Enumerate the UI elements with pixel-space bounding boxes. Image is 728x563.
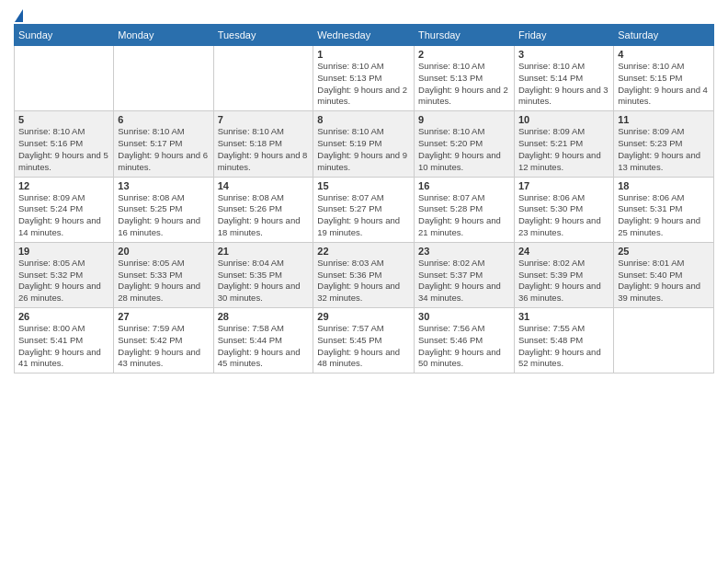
calendar-cell (15, 46, 114, 111)
day-number: 20 (118, 246, 209, 257)
calendar-cell: 31Sunrise: 7:55 AM Sunset: 5:48 PM Dayli… (514, 308, 613, 373)
calendar-cell: 28Sunrise: 7:58 AM Sunset: 5:44 PM Dayli… (213, 308, 313, 373)
day-info: Sunrise: 8:00 AM Sunset: 5:41 PM Dayligh… (18, 323, 109, 370)
day-number: 5 (18, 114, 109, 125)
day-number: 25 (618, 246, 710, 257)
calendar-cell: 19Sunrise: 8:05 AM Sunset: 5:32 PM Dayli… (15, 242, 114, 307)
day-info: Sunrise: 8:05 AM Sunset: 5:33 PM Dayligh… (118, 258, 209, 304)
calendar-cell: 24Sunrise: 8:02 AM Sunset: 5:39 PM Dayli… (514, 242, 613, 307)
day-number: 17 (518, 180, 609, 191)
day-info: Sunrise: 7:56 AM Sunset: 5:46 PM Dayligh… (418, 323, 510, 370)
calendar-week-row: 1Sunrise: 8:10 AM Sunset: 5:13 PM Daylig… (15, 46, 714, 111)
header (14, 9, 714, 18)
day-number: 16 (418, 180, 510, 191)
day-info: Sunrise: 8:04 AM Sunset: 5:35 PM Dayligh… (218, 258, 310, 304)
day-number: 10 (518, 114, 609, 125)
day-number: 3 (518, 49, 609, 60)
day-info: Sunrise: 8:05 AM Sunset: 5:32 PM Dayligh… (18, 258, 109, 304)
day-info: Sunrise: 8:10 AM Sunset: 5:13 PM Dayligh… (317, 61, 410, 108)
calendar-cell: 9Sunrise: 8:10 AM Sunset: 5:20 PM Daylig… (415, 111, 515, 177)
day-info: Sunrise: 8:08 AM Sunset: 5:26 PM Dayligh… (218, 192, 310, 239)
day-number: 31 (518, 311, 609, 322)
day-number: 27 (118, 311, 209, 322)
calendar-cell (114, 46, 213, 111)
calendar-cell: 16Sunrise: 8:07 AM Sunset: 5:28 PM Dayli… (415, 177, 515, 242)
day-info: Sunrise: 8:02 AM Sunset: 5:39 PM Dayligh… (518, 258, 609, 304)
calendar-cell: 4Sunrise: 8:10 AM Sunset: 5:15 PM Daylig… (614, 46, 714, 111)
day-info: Sunrise: 8:10 AM Sunset: 5:19 PM Dayligh… (317, 126, 410, 173)
day-info: Sunrise: 8:10 AM Sunset: 5:16 PM Dayligh… (18, 126, 109, 173)
day-info: Sunrise: 8:06 AM Sunset: 5:30 PM Dayligh… (518, 192, 609, 239)
calendar-cell: 10Sunrise: 8:09 AM Sunset: 5:21 PM Dayli… (514, 111, 613, 177)
day-number: 4 (618, 49, 710, 60)
day-number: 6 (118, 114, 209, 125)
calendar-cell: 27Sunrise: 7:59 AM Sunset: 5:42 PM Dayli… (114, 308, 213, 373)
calendar-week-row: 5Sunrise: 8:10 AM Sunset: 5:16 PM Daylig… (15, 111, 714, 177)
calendar-week-row: 26Sunrise: 8:00 AM Sunset: 5:41 PM Dayli… (15, 308, 714, 373)
calendar-cell: 11Sunrise: 8:09 AM Sunset: 5:23 PM Dayli… (614, 111, 714, 177)
calendar-header-tuesday: Tuesday (213, 25, 313, 46)
day-info: Sunrise: 8:03 AM Sunset: 5:36 PM Dayligh… (317, 258, 410, 304)
calendar-cell: 1Sunrise: 8:10 AM Sunset: 5:13 PM Daylig… (313, 46, 415, 111)
calendar-header-row: SundayMondayTuesdayWednesdayThursdayFrid… (15, 25, 714, 46)
calendar-cell: 2Sunrise: 8:10 AM Sunset: 5:13 PM Daylig… (415, 46, 515, 111)
calendar-cell: 20Sunrise: 8:05 AM Sunset: 5:33 PM Dayli… (114, 242, 213, 307)
day-info: Sunrise: 8:10 AM Sunset: 5:14 PM Dayligh… (518, 61, 609, 108)
calendar-cell: 8Sunrise: 8:10 AM Sunset: 5:19 PM Daylig… (313, 111, 415, 177)
day-info: Sunrise: 7:59 AM Sunset: 5:42 PM Dayligh… (118, 323, 209, 370)
logo-triangle-icon (15, 9, 23, 22)
day-number: 23 (418, 246, 510, 257)
calendar-cell: 17Sunrise: 8:06 AM Sunset: 5:30 PM Dayli… (514, 177, 613, 242)
day-number: 30 (418, 311, 510, 322)
day-number: 28 (218, 311, 310, 322)
day-number: 13 (118, 180, 209, 191)
calendar-cell: 26Sunrise: 8:00 AM Sunset: 5:41 PM Dayli… (15, 308, 114, 373)
calendar-cell: 18Sunrise: 8:06 AM Sunset: 5:31 PM Dayli… (614, 177, 714, 242)
day-number: 12 (18, 180, 109, 191)
day-info: Sunrise: 7:57 AM Sunset: 5:45 PM Dayligh… (317, 323, 410, 370)
calendar-cell: 30Sunrise: 7:56 AM Sunset: 5:46 PM Dayli… (415, 308, 515, 373)
day-number: 21 (218, 246, 310, 257)
day-info: Sunrise: 8:07 AM Sunset: 5:27 PM Dayligh… (317, 192, 410, 239)
day-info: Sunrise: 8:10 AM Sunset: 5:17 PM Dayligh… (118, 126, 209, 173)
calendar-header-wednesday: Wednesday (313, 25, 415, 46)
calendar-cell: 5Sunrise: 8:10 AM Sunset: 5:16 PM Daylig… (15, 111, 114, 177)
day-info: Sunrise: 8:10 AM Sunset: 5:18 PM Dayligh… (218, 126, 310, 173)
day-number: 22 (317, 246, 410, 257)
day-info: Sunrise: 8:08 AM Sunset: 5:25 PM Dayligh… (118, 192, 209, 239)
day-info: Sunrise: 8:09 AM Sunset: 5:21 PM Dayligh… (518, 126, 609, 173)
day-number: 26 (18, 311, 109, 322)
day-info: Sunrise: 8:01 AM Sunset: 5:40 PM Dayligh… (618, 258, 710, 304)
calendar-cell: 21Sunrise: 8:04 AM Sunset: 5:35 PM Dayli… (213, 242, 313, 307)
day-number: 15 (317, 180, 410, 191)
day-number: 19 (18, 246, 109, 257)
calendar-header-monday: Monday (114, 25, 213, 46)
calendar-cell: 14Sunrise: 8:08 AM Sunset: 5:26 PM Dayli… (213, 177, 313, 242)
day-number: 29 (317, 311, 410, 322)
calendar-cell: 3Sunrise: 8:10 AM Sunset: 5:14 PM Daylig… (514, 46, 613, 111)
day-number: 18 (618, 180, 710, 191)
calendar-header-thursday: Thursday (415, 25, 515, 46)
calendar-cell: 12Sunrise: 8:09 AM Sunset: 5:24 PM Dayli… (15, 177, 114, 242)
day-number: 24 (518, 246, 609, 257)
day-info: Sunrise: 8:10 AM Sunset: 5:15 PM Dayligh… (618, 61, 710, 108)
calendar-cell: 6Sunrise: 8:10 AM Sunset: 5:17 PM Daylig… (114, 111, 213, 177)
calendar-week-row: 12Sunrise: 8:09 AM Sunset: 5:24 PM Dayli… (15, 177, 714, 242)
day-number: 2 (418, 49, 510, 60)
page: SundayMondayTuesdayWednesdayThursdayFrid… (0, 0, 728, 563)
day-number: 14 (218, 180, 310, 191)
day-number: 9 (418, 114, 510, 125)
day-info: Sunrise: 7:58 AM Sunset: 5:44 PM Dayligh… (218, 323, 310, 370)
calendar-cell (213, 46, 313, 111)
calendar-cell (614, 308, 714, 373)
day-info: Sunrise: 8:09 AM Sunset: 5:23 PM Dayligh… (618, 126, 710, 173)
day-info: Sunrise: 7:55 AM Sunset: 5:48 PM Dayligh… (518, 323, 609, 370)
day-number: 1 (317, 49, 410, 60)
day-info: Sunrise: 8:10 AM Sunset: 5:13 PM Dayligh… (418, 61, 510, 108)
day-info: Sunrise: 8:07 AM Sunset: 5:28 PM Dayligh… (418, 192, 510, 239)
day-info: Sunrise: 8:06 AM Sunset: 5:31 PM Dayligh… (618, 192, 710, 239)
day-number: 8 (317, 114, 410, 125)
calendar-cell: 7Sunrise: 8:10 AM Sunset: 5:18 PM Daylig… (213, 111, 313, 177)
calendar-header-sunday: Sunday (15, 25, 114, 46)
calendar-header-friday: Friday (514, 25, 613, 46)
